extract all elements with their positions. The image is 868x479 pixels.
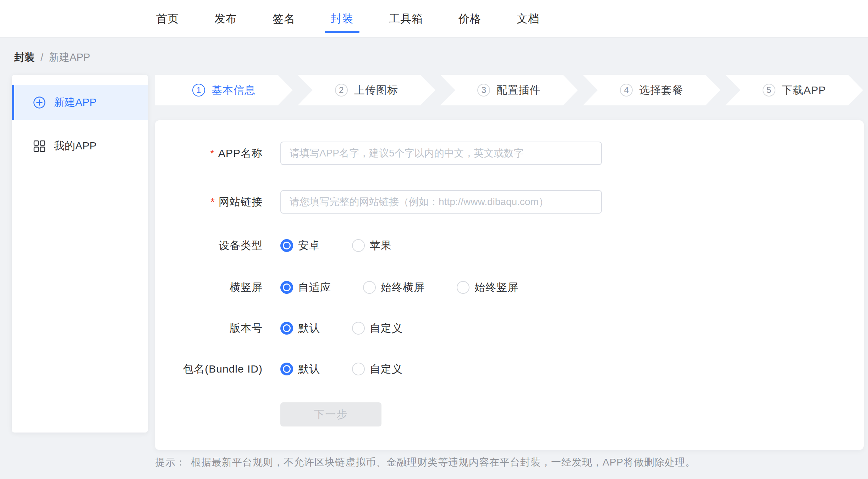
field-label: 包名(Bundle ID) (155, 362, 263, 376)
radio-unselected-icon (457, 281, 469, 294)
tip-text: 根据最新平台规则，不允许区块链虚拟币、金融理财类等违规内容在平台封装，一经发现，… (191, 456, 696, 469)
sidebar: 新建APP 我的APP (12, 75, 148, 433)
page: 首页 发布 签名 封装 工具箱 价格 文档 封装 / 新建APP 新建APP (0, 0, 868, 479)
nav-item-price[interactable]: 价格 (458, 0, 481, 37)
radio-unselected-icon (363, 281, 376, 294)
step-number-badge: 2 (335, 84, 348, 97)
nav-item-sign[interactable]: 签名 (273, 0, 295, 37)
step-wizard: 1 基本信息 2 上传图标 3 配置插件 4 选择套餐 5 下载APP (155, 75, 863, 105)
plus-circle-icon (33, 97, 45, 109)
radio-always-landscape[interactable]: 始终横屏 (363, 280, 425, 295)
step-basic-info[interactable]: 1 基本信息 (155, 75, 293, 105)
radio-bundle-custom[interactable]: 自定义 (352, 362, 403, 376)
form-row-device-type: 设备类型 安卓 苹果 (155, 238, 424, 253)
step-choose-plan[interactable]: 4 选择套餐 (583, 75, 720, 105)
required-asterisk: * (210, 196, 215, 208)
form-row-app-name: * APP名称 (155, 142, 602, 165)
step-upload-icon[interactable]: 2 上传图标 (298, 75, 435, 105)
nav-item-publish[interactable]: 发布 (214, 0, 237, 37)
breadcrumb-root[interactable]: 封装 (14, 50, 35, 65)
grid-icon (33, 140, 45, 152)
radio-android[interactable]: 安卓 (280, 238, 320, 253)
radio-unselected-icon (352, 322, 365, 335)
radio-selected-icon (280, 239, 293, 252)
step-number-badge: 3 (477, 84, 490, 97)
nav-item-home[interactable]: 首页 (156, 0, 179, 37)
field-label: * 网站链接 (155, 195, 263, 209)
form-row-version: 版本号 默认 自定义 (155, 321, 435, 335)
next-step-button[interactable]: 下一步 (280, 402, 381, 426)
radio-ios[interactable]: 苹果 (352, 238, 392, 253)
field-label: 版本号 (155, 321, 263, 336)
field-label: 横竖屏 (155, 280, 263, 295)
breadcrumb-current: 新建APP (49, 50, 90, 65)
radio-bundle-default[interactable]: 默认 (280, 362, 320, 376)
tip-label: 提示： (155, 456, 186, 469)
site-url-input[interactable] (280, 190, 602, 214)
step-label: 配置插件 (496, 83, 540, 98)
nav-item-package[interactable]: 封装 (331, 0, 353, 37)
step-label: 选择套餐 (639, 83, 683, 98)
required-asterisk: * (210, 147, 215, 159)
form-card: * APP名称 * 网站链接 设备类型 安卓 (155, 120, 864, 450)
nav-item-docs[interactable]: 文档 (517, 0, 539, 37)
radio-selected-icon (280, 363, 293, 375)
step-number-badge: 4 (620, 84, 633, 97)
step-label: 上传图标 (354, 83, 398, 98)
form-row-orientation: 横竖屏 自适应 始终横屏 始终竖屏 (155, 280, 550, 294)
radio-unselected-icon (352, 239, 365, 252)
step-number-badge: 5 (763, 84, 775, 97)
step-label: 基本信息 (211, 83, 256, 98)
sidebar-item-label: 新建APP (54, 95, 97, 110)
main-nav: 首页 发布 签名 封装 工具箱 价格 文档 (0, 0, 868, 37)
breadcrumb-separator: / (40, 52, 43, 64)
sidebar-item-new-app[interactable]: 新建APP (12, 85, 148, 120)
field-label: 设备类型 (155, 238, 263, 253)
radio-selected-icon (280, 281, 293, 294)
step-number-badge: 1 (192, 84, 205, 97)
radio-version-default[interactable]: 默认 (280, 321, 320, 336)
step-label: 下载APP (782, 83, 826, 98)
sidebar-item-label: 我的APP (54, 139, 97, 153)
nav-item-toolbox[interactable]: 工具箱 (389, 0, 423, 37)
field-label: * APP名称 (155, 146, 263, 161)
footer-tip: 提示： 根据最新平台规则，不允许区块链虚拟币、金融理财类等违规内容在平台封装，一… (155, 456, 696, 469)
top-navbar: 首页 发布 签名 封装 工具箱 价格 文档 (0, 0, 868, 38)
radio-selected-icon (280, 322, 293, 335)
radio-unselected-icon (352, 363, 365, 375)
form-row-site-url: * 网站链接 (155, 190, 602, 214)
radio-auto-orientation[interactable]: 自适应 (280, 280, 331, 295)
radio-always-portrait[interactable]: 始终竖屏 (457, 280, 518, 295)
sidebar-item-my-apps[interactable]: 我的APP (12, 128, 148, 164)
step-configure-plugins[interactable]: 3 配置插件 (440, 75, 578, 105)
form-row-bundle-id: 包名(Bundle ID) 默认 自定义 (155, 362, 435, 376)
active-accent-bar (12, 85, 14, 120)
step-download-app[interactable]: 5 下载APP (725, 75, 863, 105)
breadcrumb: 封装 / 新建APP (14, 51, 90, 64)
radio-version-custom[interactable]: 自定义 (352, 321, 403, 336)
app-name-input[interactable] (280, 142, 602, 165)
